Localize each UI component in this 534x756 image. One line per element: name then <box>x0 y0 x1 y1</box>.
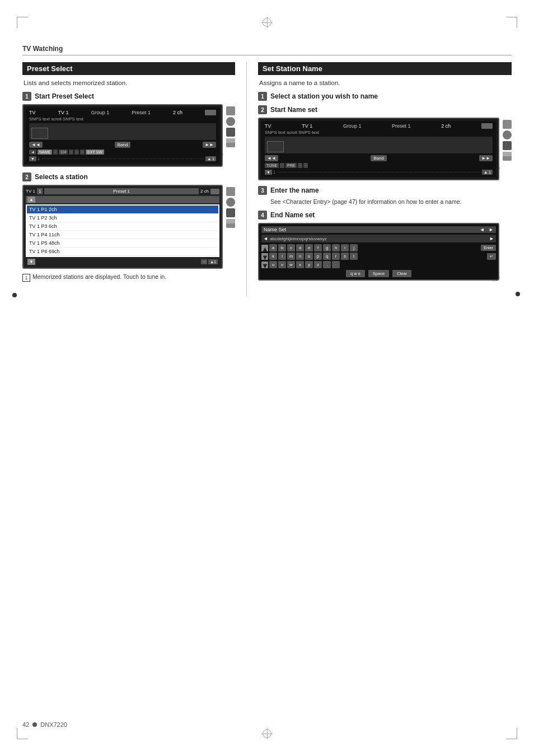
preset-item-1[interactable]: TV 1 P2 3ch <box>27 214 218 222</box>
tv-label1: TV <box>29 110 36 115</box>
key-g[interactable]: g <box>323 244 331 251</box>
preset-item-list: TV 1 P1 2ch TV 1 P2 3ch TV 1 P3 6ch TV 1… <box>26 204 219 257</box>
preset-note: 1 Memorized stations are displayed. Touc… <box>22 273 235 282</box>
nameset-title-arrows: ◄ ► <box>480 227 494 232</box>
key-l[interactable]: l <box>278 253 286 260</box>
preset-step1-heading: 1 Start Preset Select <box>22 92 235 101</box>
keyboard-row-3: ▼ u v w x y z . · <box>261 261 496 268</box>
tv-snps-text2: SNPS text scroll SNPS text <box>265 130 493 135</box>
nameset-right-arrow[interactable]: ► <box>489 236 494 241</box>
key-c[interactable]: c <box>287 244 295 251</box>
preset-item-5[interactable]: TV 1 P6 69ch <box>27 248 218 256</box>
tv-ch-btn1[interactable]: CH <box>59 150 68 155</box>
key-dot[interactable]: · <box>332 261 340 268</box>
tv-ext-sw-btn1[interactable]: EXT SW <box>86 150 104 155</box>
bottom-crosshair <box>259 728 275 739</box>
key-q[interactable]: q <box>323 253 331 260</box>
preset-item-3[interactable]: TV 1 P4 11ch <box>27 231 218 239</box>
tv-tune-btn[interactable]: TUNE <box>265 163 279 168</box>
name-step3-number: 3 <box>258 186 267 195</box>
key-d[interactable]: d <box>296 244 304 251</box>
preset-item-0[interactable]: TV 1 P1 2ch <box>27 206 218 214</box>
key-u[interactable]: u <box>269 261 277 268</box>
name-step4-heading: 4 End Name set <box>258 211 512 220</box>
corner-mark-bl <box>17 728 28 739</box>
key-v[interactable]: v <box>278 261 286 268</box>
tv-back-btn2[interactable]: ◄◄ <box>265 155 278 161</box>
tv-arrow-left1[interactable]: ◄ <box>29 150 36 155</box>
name-step3-heading: 3 Enter the name <box>258 186 512 195</box>
key-k[interactable]: k <box>269 253 277 260</box>
key-qwe[interactable]: q w e <box>346 270 365 277</box>
tv-icon1 <box>226 106 235 115</box>
tv-band-btn1[interactable]: Band <box>115 142 131 148</box>
two-column-layout: Preset Select Lists and selects memorize… <box>22 62 512 296</box>
key-j[interactable]: j <box>350 244 358 251</box>
key-w[interactable]: w <box>287 261 295 268</box>
tv-dot7: · <box>303 163 308 168</box>
page-footer: 42 DNX7220 <box>22 721 67 728</box>
name-step1-heading: 1 Select a station you wish to name <box>258 92 512 101</box>
key-y[interactable]: y <box>305 261 313 268</box>
tv-icon3 <box>226 128 235 137</box>
tv-ch1: 2 ch <box>173 110 182 115</box>
tv-forward-btn1[interactable]: ►► <box>203 142 216 148</box>
key-down-arrow[interactable]: ▼ <box>261 253 268 260</box>
key-t[interactable]: t <box>350 253 358 260</box>
tv-pre-btn[interactable]: PRE <box>285 163 297 168</box>
tv-name-btn1[interactable]: NAME <box>38 150 52 155</box>
preset-item-4[interactable]: TV 1 P5 48ch <box>27 239 218 248</box>
key-m[interactable]: m <box>287 253 295 260</box>
key-period[interactable]: . <box>323 261 331 268</box>
nameset-alphabet: abcdefghijklmnopqrstuvwxyz <box>270 236 488 241</box>
preset-icon1 <box>226 187 235 196</box>
key-enter[interactable]: Enter <box>481 245 496 251</box>
key-enter-2[interactable]: ↵ <box>487 253 496 260</box>
tv-forward-btn2[interactable]: ►► <box>479 155 493 161</box>
tv-icon4 <box>226 138 235 147</box>
preset-select-title-bar: Preset Select <box>22 62 235 75</box>
key-o[interactable]: o <box>305 253 313 260</box>
tv-dot6: · <box>298 163 302 168</box>
key-z[interactable]: z <box>314 261 322 268</box>
key-up-arrow[interactable]: ▲ <box>261 245 268 251</box>
name-side-icons <box>503 120 512 161</box>
key-s[interactable]: s <box>341 253 349 260</box>
preset-screen-ch: 2 ch <box>200 189 209 194</box>
key-space[interactable]: Space <box>368 270 389 277</box>
key-f[interactable]: f <box>314 244 322 251</box>
station-name-title: Set Station Name <box>263 64 322 73</box>
preset-up-btn[interactable]: ▲ <box>27 197 35 203</box>
key-p[interactable]: p <box>314 253 322 260</box>
key-n[interactable]: n <box>296 253 304 260</box>
key-e[interactable]: e <box>305 244 313 251</box>
key-h[interactable]: h <box>332 244 340 251</box>
key-3-icon[interactable]: ▼ <box>261 262 268 268</box>
preset-down-btn[interactable]: ▼ <box>27 259 35 265</box>
key-a[interactable]: a <box>269 244 277 251</box>
name-step1-label: Select a station you wish to name <box>270 92 378 100</box>
name-icon4 <box>503 152 512 161</box>
preset-item-2[interactable]: TV 1 P3 6ch <box>27 222 218 231</box>
tv-snps-text1: SNPS text scroll SNPS text <box>29 116 216 122</box>
tv-label2: TV <box>265 123 271 129</box>
preset-tv-screen: TV TV 1 Group 1 Preset 1 2 ch SNPS text … <box>22 104 223 167</box>
keyboard-row-1: ▲ a b c d e f g h i j Enter <box>261 244 496 251</box>
tv-band-btn2[interactable]: Band <box>371 155 387 161</box>
key-x[interactable]: x <box>296 261 304 268</box>
name-icon2 <box>503 130 512 139</box>
key-r[interactable]: r <box>332 253 340 260</box>
section-header: TV Watching <box>22 45 512 55</box>
tv-back-btn1[interactable]: ◄◄ <box>29 142 43 148</box>
preset-select-column: Preset Select Lists and selects memorize… <box>22 62 235 296</box>
tv-side-icons1 <box>226 106 235 147</box>
preset-side-icons <box>226 187 235 228</box>
footer-dot <box>32 722 37 727</box>
key-i[interactable]: i <box>341 244 349 251</box>
name-step1-number: 1 <box>258 92 267 101</box>
key-clear[interactable]: Clear <box>392 270 411 277</box>
station-name-subtitle: Assigns a name to a station. <box>258 80 512 86</box>
tv-preset2: Preset 1 <box>392 123 411 129</box>
nameset-left-arrow[interactable]: ◄ <box>263 236 268 241</box>
key-b[interactable]: b <box>278 244 286 251</box>
